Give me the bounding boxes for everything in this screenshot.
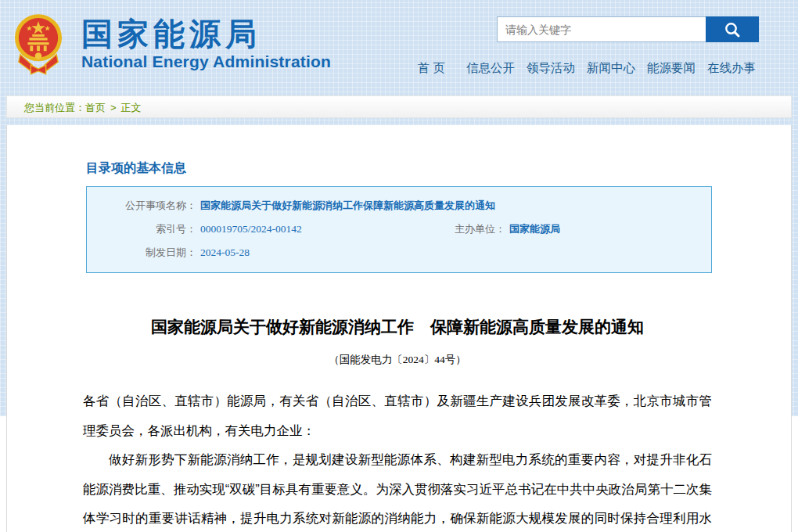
breadcrumb-prefix: 您当前位置： [24, 102, 85, 113]
breadcrumb-current: 正文 [121, 102, 142, 113]
site-brand: 国家能源局 National Energy Administration [81, 16, 331, 72]
nav-item-home[interactable]: 首 页 [418, 60, 445, 77]
main-nav: 首 页 信息公开 领导活动 新闻中心 能源要闻 在线办事 [418, 60, 756, 77]
info-value-date: 2024-05-28 [200, 241, 250, 264]
content-panel: 目录项的基本信息 公开事项名称： 国家能源局关于做好新能源消纳工作保障新能源高质… [6, 125, 792, 532]
search-input[interactable] [497, 16, 706, 42]
article: 国家能源局关于做好新能源消纳工作 保障新能源高质量发展的通知 （国能发电力〔20… [83, 315, 712, 532]
article-paragraph: 做好新形势下新能源消纳工作，是规划建设新型能源体系、构建新型电力系统的重要内容，… [83, 445, 712, 532]
info-label-index: 索引号： [87, 217, 196, 241]
national-emblem-icon [14, 10, 63, 79]
article-paragraph: 各省（自治区、直辖市）能源局，有关省（自治区、直辖市）及新疆生产建设兵团发展改革… [83, 386, 712, 445]
info-row-index-org: 索引号： 000019705/2024-00142 主办单位： 国家能源局 [87, 217, 711, 241]
info-value-index: 000019705/2024-00142 [200, 217, 415, 241]
info-label-date: 制发日期： [87, 241, 196, 264]
breadcrumb-home-link[interactable]: 首页 [85, 102, 106, 113]
info-label-org: 主办单位： [415, 217, 505, 241]
info-value-name: 国家能源局关于做好新能源消纳工作保障新能源高质量发展的通知 [200, 194, 495, 217]
document-number: （国能发电力〔2024〕44号） [83, 352, 712, 368]
site-title-cn: 国家能源局 [81, 16, 331, 52]
breadcrumb: 您当前位置：首页>正文 [6, 95, 792, 118]
info-value-org: 国家能源局 [509, 217, 560, 241]
article-title: 国家能源局关于做好新能源消纳工作 保障新能源高质量发展的通知 [83, 315, 712, 339]
site-header: 国家能源局 National Energy Administration 首 页… [0, 0, 798, 88]
document-info-table: 公开事项名称： 国家能源局关于做好新能源消纳工作保障新能源高质量发展的通知 索引… [86, 186, 712, 273]
nav-item-leadership[interactable]: 领导活动 [527, 60, 575, 77]
info-label-name: 公开事项名称： [87, 194, 196, 217]
info-row-name: 公开事项名称： 国家能源局关于做好新能源消纳工作保障新能源高质量发展的通知 [87, 194, 711, 217]
nav-item-online-services[interactable]: 在线办事 [707, 60, 756, 77]
breadcrumb-separator: > [110, 102, 117, 113]
nav-item-energy-news[interactable]: 能源要闻 [647, 60, 696, 77]
search-icon [723, 20, 742, 39]
nav-item-info-disclosure[interactable]: 信息公开 [466, 60, 515, 77]
search-bar [497, 16, 759, 42]
site-title-en: National Energy Administration [81, 52, 331, 72]
nav-item-news-center[interactable]: 新闻中心 [587, 60, 635, 77]
info-row-date: 制发日期： 2024-05-28 [87, 241, 711, 264]
search-button[interactable] [706, 16, 759, 42]
section-title: 目录项的基本信息 [7, 125, 791, 176]
